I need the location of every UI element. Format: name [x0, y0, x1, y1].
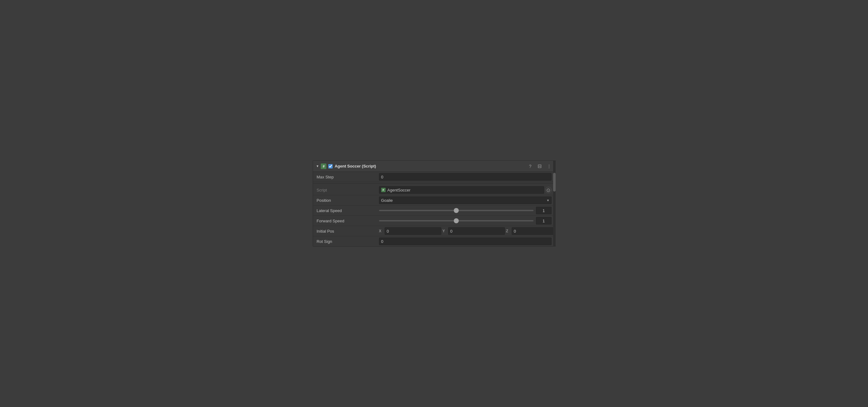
help-icon[interactable]: ?: [527, 163, 533, 169]
header-icons: ? ⊟ ⋮: [527, 163, 552, 169]
vector3-container: X Y Z: [379, 227, 556, 235]
lateral-speed-input[interactable]: [536, 207, 552, 214]
script-ref-name: AgentSoccer: [388, 188, 542, 192]
z-label: Z: [506, 229, 510, 233]
component-title: Agent Soccer (Script): [335, 164, 525, 168]
script-icon: #: [321, 163, 327, 169]
position-dropdown[interactable]: Goalie Striker Generic: [379, 196, 552, 204]
max-step-value: [379, 173, 552, 181]
scrollbar[interactable]: [553, 160, 556, 247]
collapse-arrow[interactable]: ▼: [316, 164, 319, 168]
script-ref-field: # AgentSoccer: [379, 186, 544, 194]
forward-speed-slider[interactable]: [379, 220, 533, 221]
lateral-speed-slider[interactable]: [379, 210, 533, 211]
position-dropdown-wrapper: Goalie Striker Generic ▼: [379, 196, 552, 204]
y-label: Y: [442, 229, 447, 233]
forward-speed-slider-container: [379, 217, 552, 224]
initial-pos-label: Initial Pos: [317, 229, 379, 233]
position-value: Goalie Striker Generic ▼: [379, 196, 552, 204]
inspector-panel: ▼ # Agent Soccer (Script) ? ⊟ ⋮ Max Step: [313, 160, 556, 247]
initial-pos-row: Initial Pos X Y Z: [313, 226, 555, 237]
target-icon[interactable]: ⊙: [545, 187, 552, 193]
preset-icon[interactable]: ⊟: [537, 163, 543, 169]
script-label: Script: [317, 188, 379, 192]
initial-pos-y-input[interactable]: [448, 227, 505, 235]
scrollbar-thumb: [553, 173, 556, 191]
script-row: Script # AgentSoccer ⊙: [313, 185, 555, 195]
component-header: ▼ # Agent Soccer (Script) ? ⊟ ⋮: [313, 161, 555, 172]
forward-speed-row: Forward Speed: [313, 216, 555, 226]
divider-1: [313, 183, 555, 184]
max-step-input[interactable]: [379, 173, 552, 181]
rot-sign-value: [379, 238, 552, 245]
initial-pos-x-input[interactable]: [384, 227, 441, 235]
menu-icon[interactable]: ⋮: [546, 163, 552, 169]
rot-sign-row: Rot Sign: [313, 237, 555, 246]
properties-container: Max Step Script # AgentSoccer ⊙: [313, 172, 555, 246]
initial-pos-value: X Y Z: [379, 227, 556, 235]
rot-sign-input[interactable]: [379, 238, 552, 245]
forward-speed-input[interactable]: [536, 217, 552, 224]
forward-speed-label: Forward Speed: [317, 219, 379, 223]
lateral-speed-row: Lateral Speed: [313, 206, 555, 216]
script-value: # AgentSoccer ⊙: [379, 186, 552, 194]
enabled-checkbox[interactable]: [328, 164, 333, 168]
rot-sign-label: Rot Sign: [317, 239, 379, 244]
position-label: Position: [317, 198, 379, 203]
max-step-label: Max Step: [317, 175, 379, 179]
initial-pos-z-input[interactable]: [512, 227, 556, 235]
lateral-speed-label: Lateral Speed: [317, 208, 379, 213]
x-label: X: [379, 229, 383, 233]
position-row: Position Goalie Striker Generic ▼: [313, 195, 555, 206]
max-step-row: Max Step: [313, 172, 555, 182]
lateral-speed-slider-container: [379, 207, 552, 214]
script-ref-icon: #: [381, 188, 385, 192]
forward-speed-value: [379, 217, 552, 224]
lateral-speed-value: [379, 207, 552, 214]
